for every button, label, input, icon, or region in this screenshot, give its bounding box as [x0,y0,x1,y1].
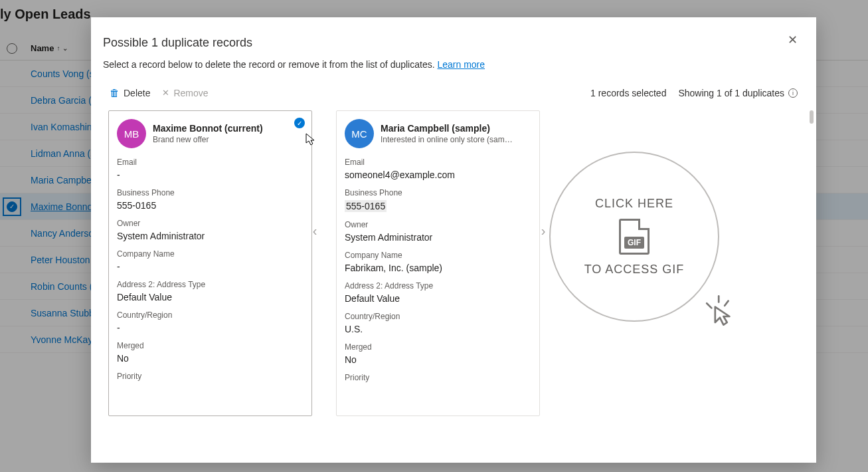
remove-label: Remove [173,88,208,98]
field-label: Address 2: Address Type [117,280,304,289]
svg-line-0 [707,303,711,308]
card-name: Maxime Bonnot (current) [153,123,263,134]
avatar: MB [117,119,146,148]
showing-text: Showing 1 of 1 duplicates [678,88,784,98]
field-label: Merged [345,342,531,352]
records-selected-text: 1 records selected [590,88,666,98]
gif-bottom-text: TO ACCESS GIF [584,263,685,277]
field-label: Company Name [117,249,304,259]
field-label: Owner [345,220,531,229]
field-label: Country/Region [117,310,304,320]
field-label: Business Phone [117,188,304,197]
remove-icon: ✕ [162,88,169,98]
card-name: Maria Campbell (sample) [381,123,513,134]
field-value: System Administrator [345,232,531,243]
field-value: - [117,170,304,180]
trash-icon: 🗑 [110,87,120,98]
field-label: Email [345,158,531,167]
field-label: Email [117,158,304,167]
gif-badge[interactable]: CLICK HERE GIF TO ACCESS GIF [549,152,719,322]
info-icon[interactable]: i [788,88,798,98]
remove-button: ✕ Remove [162,87,208,98]
gif-top-text: CLICK HERE [595,197,673,211]
modal-title: Possible 1 duplicate records [103,36,788,50]
delete-button[interactable]: 🗑 Delete [110,87,150,98]
cursor-icon [702,293,738,328]
field-label: Merged [117,341,304,350]
avatar: MC [345,119,374,148]
delete-label: Delete [124,88,150,98]
svg-line-2 [725,301,728,306]
field-value: Default Value [345,293,531,304]
gif-label: GIF [624,237,644,249]
field-value: No [117,353,304,364]
scrollbar[interactable] [810,110,814,124]
record-card[interactable]: MCMaria Campbell (sample)Interested in o… [336,110,540,416]
field-value: - [117,322,304,333]
field-value: 555-0165 [345,200,531,212]
field-label: Priority [345,373,531,382]
field-label: Business Phone [345,188,531,197]
field-value: - [117,261,304,272]
field-value: U.S. [345,324,531,334]
record-card[interactable]: ✓MBMaxime Bonnot (current)Brand new offe… [108,110,312,416]
field-value: Fabrikam, Inc. (sample) [345,263,531,273]
modal-subtitle-text: Select a record below to delete the reco… [103,59,437,70]
duplicate-modal: ✕ Possible 1 duplicate records Select a … [91,17,816,463]
card-subtitle: Brand new offer [153,135,263,144]
field-value: Default Value [117,292,304,302]
field-label: Country/Region [345,312,531,321]
learn-more-link[interactable]: Learn more [437,59,485,70]
field-label: Company Name [345,251,531,260]
field-label: Address 2: Address Type [345,281,531,291]
modal-subtitle: Select a record below to delete the reco… [103,59,788,70]
card-subtitle: Interested in online only store (sam… [381,135,513,144]
field-value: someonel4@example.com [345,170,531,180]
gif-file-icon: GIF [619,219,650,255]
field-value: System Administrator [117,231,304,241]
field-label: Owner [117,219,304,228]
field-value: 555-0165 [117,200,304,211]
field-label: Priority [117,372,304,381]
card-selected-icon: ✓ [294,118,305,128]
field-value: No [345,354,531,365]
